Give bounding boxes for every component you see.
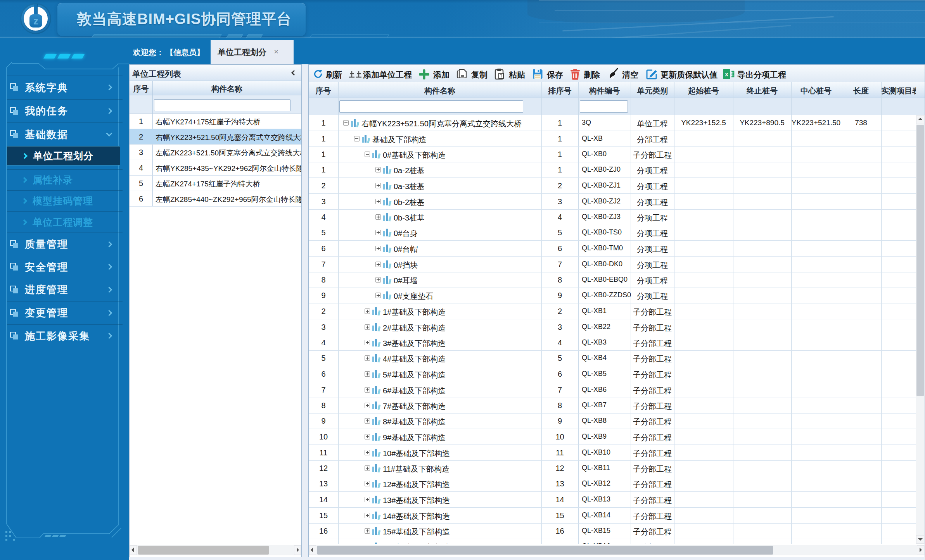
svg-text:x: x (725, 71, 728, 78)
